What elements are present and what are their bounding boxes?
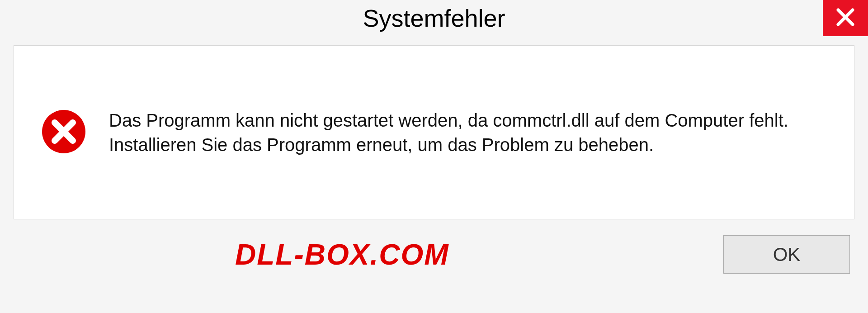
- dialog-title: Systemfehler: [363, 4, 505, 32]
- ok-button-label: OK: [773, 244, 801, 266]
- close-button[interactable]: [823, 0, 868, 36]
- error-dialog: Systemfehler Das Programm kann nicht ges…: [0, 0, 868, 313]
- ok-button[interactable]: OK: [723, 235, 850, 274]
- close-icon: [835, 7, 855, 29]
- error-message: Das Programm kann nicht gestartet werden…: [109, 108, 827, 157]
- error-icon: [41, 109, 86, 156]
- title-bar: Systemfehler: [0, 0, 868, 36]
- bottom-bar: DLL-BOX.COM OK: [0, 219, 868, 274]
- watermark-text: DLL-BOX.COM: [235, 238, 449, 271]
- content-panel: Das Programm kann nicht gestartet werden…: [14, 45, 854, 219]
